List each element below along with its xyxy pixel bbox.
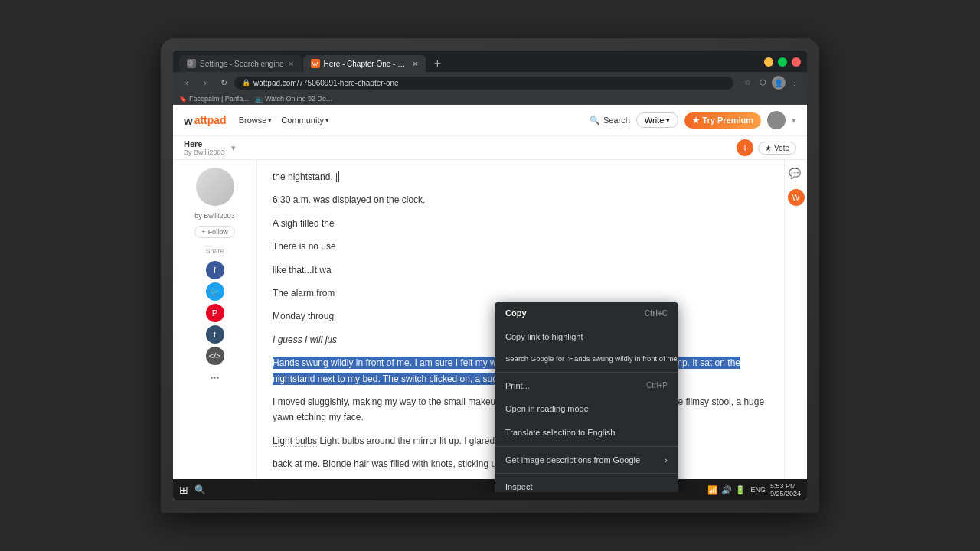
maximize-btn[interactable] [778,57,787,67]
add-part-button[interactable]: + [737,139,753,156]
bookmark-label-1: Facepalm | Panfa... [189,95,249,103]
language-indicator: ENG [750,486,766,494]
vote-label: Vote [774,144,789,152]
wattpad-logo: w attpad [184,114,227,127]
context-copy-link-label: Copy link to highlight [505,330,583,344]
system-tray-icons: 📶 🔊 🔋 [707,485,746,495]
para-2: 6:30 a.m. was displayed on the clock. [273,192,769,207]
context-copy-link[interactable]: Copy link to highlight [495,325,678,349]
write-chevron: ▾ [666,116,670,124]
community-nav[interactable]: Community ▾ [281,116,329,125]
forward-button[interactable]: › [198,75,213,90]
clock: 5:53 PM 9/25/2024 [770,482,801,497]
context-translate[interactable]: Translate selection to English [495,421,678,445]
tab-favicon-wattpad: W [311,59,320,68]
premium-label: Try Premium [702,116,753,125]
context-image-label: Get image descriptions from Google [505,453,640,468]
more-share-button[interactable]: ••• [206,368,224,386]
line-alarm: The alarm from [273,288,335,298]
taskbar-right: 📶 🔊 🔋 ENG 5:53 PM 9/25/2024 [707,482,801,497]
address-field[interactable]: 🔒 wattpad.com/775060991-here-chapter-one [234,77,733,90]
right-sidebar: 💬 W [784,160,807,492]
chapter-dropdown-icon[interactable]: ▾ [231,143,236,153]
bookmark-2[interactable]: 📺 Watch Online 92 De... [255,95,332,103]
community-label: Community [281,116,324,125]
write-label: Write [645,116,664,125]
pinterest-share-button[interactable]: P [206,304,224,322]
light-bulbs-text: Light bulbs [273,435,317,447]
back-button[interactable]: ‹ [179,75,194,90]
context-print[interactable]: Print... Ctrl+P [495,374,678,398]
browser-chrome: ⚙ Settings - Search engine ✕ W Here - Ch… [173,51,807,105]
start-button[interactable]: ⊞ [179,484,188,496]
star-icon[interactable]: ☆ [741,76,753,88]
context-inspect[interactable]: Inspect [495,475,678,492]
close-btn[interactable] [792,57,801,67]
line-sigh: A sigh filled the [273,218,335,229]
search-button[interactable]: 🔍 Search [590,116,630,126]
tab-title-settings: Settings - Search engine [200,60,284,68]
wattpad-w-icon[interactable]: W [788,189,805,206]
search-icon: 🔍 [590,116,600,126]
tab-wattpad[interactable]: W Here - Chapter One - Wattpad ✕ [303,55,426,72]
address-bar-row: ‹ › ↻ 🔒 wattpad.com/775060991-here-chapt… [173,72,807,93]
share-label: Share [205,247,224,255]
bookmark-bar: 🔖 Facepalm | Panfa... 📺 Watch Online 92 … [173,93,807,105]
taskbar-search[interactable]: 🔍 [194,484,206,495]
context-inspect-label: Inspect [505,480,532,492]
address-icons: ☆ ⬡ 👤 ⋮ [741,76,801,90]
context-search-label: Search Google for "Hands swung wildly in… [505,353,678,365]
user-menu-chevron[interactable]: ▾ [792,116,796,126]
line-nouse: There is no use [273,241,336,252]
tab-favicon-settings: ⚙ [187,59,196,68]
context-divider-2 [495,446,678,447]
premium-button[interactable]: ★ Try Premium [684,112,761,129]
reload-button[interactable]: ↻ [216,75,231,90]
bookmark-label-2: Watch Online 92 De... [265,95,332,103]
volume-icon: 🔊 [721,485,732,495]
context-copy[interactable]: Copy Ctrl+C [495,302,678,325]
tab-close-settings[interactable]: ✕ [288,60,294,68]
context-copy-label: Copy [505,306,527,321]
profile-icon[interactable]: 👤 [772,76,786,90]
follow-button[interactable]: + Follow [194,226,234,238]
context-image-desc[interactable]: Get image descriptions from Google › [495,448,678,472]
follow-label: Follow [208,228,228,236]
embed-share-button[interactable]: </> [206,347,224,365]
browse-chevron: ▾ [268,116,272,124]
para-3: A sigh filled the [273,216,769,231]
para-6: The alarm from [273,285,769,301]
user-avatar[interactable] [767,111,786,129]
tab-close-wattpad[interactable]: ✕ [412,60,418,68]
menu-icon[interactable]: ⋮ [789,76,801,88]
social-icons: f 🐦 P t </> ••• [206,261,224,386]
browse-nav[interactable]: Browse ▾ [239,116,273,125]
laptop-shell: ⚙ Settings - Search engine ✕ W Here - Ch… [161,38,819,513]
context-reading-label: Open in reading mode [505,402,589,416]
para-1: the nightstand. | [273,169,769,184]
write-button[interactable]: Write ▾ [636,112,678,128]
bookmark-1[interactable]: 🔖 Facepalm | Panfa... [179,95,249,103]
line-nightstand: the nightstand. [273,171,333,182]
new-tab-button[interactable]: + [430,56,446,71]
context-reading-mode[interactable]: Open in reading mode [495,397,678,421]
context-image-arrow: › [665,453,668,468]
tumblr-share-button[interactable]: t [206,325,224,344]
tab-settings[interactable]: ⚙ Settings - Search engine ✕ [179,55,302,72]
screenshot-icon[interactable]: ⬡ [756,76,769,88]
twitter-share-button[interactable]: 🐦 [206,282,224,301]
comment-icon[interactable]: 💬 [789,168,804,183]
facebook-share-button[interactable]: f [206,261,224,279]
vote-button[interactable]: ★ Vote [758,142,796,155]
context-search-google[interactable]: Search Google for "Hands swung wildly in… [495,348,678,370]
battery-icon: 🔋 [735,485,746,495]
tab-bar: ⚙ Settings - Search engine ✕ W Here - Ch… [173,51,807,72]
network-icon: 📶 [707,485,718,495]
chapter-info: Here By Bwilli2003 [184,139,225,156]
community-chevron: ▾ [325,116,329,124]
left-sidebar: by Bwilli2003 + Follow Share f 🐦 P t </>… [173,160,257,492]
cursor: | [335,171,339,182]
star-vote-icon: ★ [765,144,772,152]
content-area: by Bwilli2003 + Follow Share f 🐦 P t </>… [173,160,807,492]
minimize-btn[interactable] [764,57,773,67]
